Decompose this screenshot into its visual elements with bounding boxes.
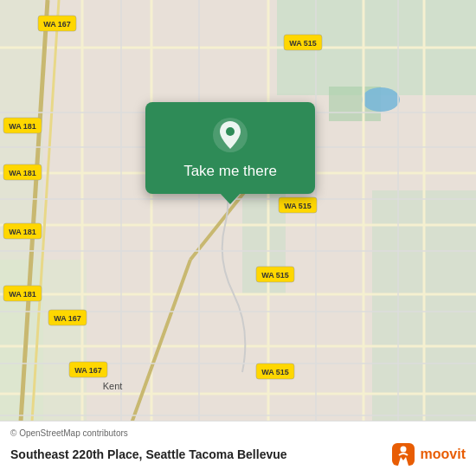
- moovit-logo: moovit: [390, 441, 466, 467]
- location-pin-icon: [211, 116, 249, 154]
- svg-text:WA 181: WA 181: [9, 228, 36, 236]
- svg-text:WA 167: WA 167: [74, 366, 102, 375]
- svg-text:WA 515: WA 515: [261, 271, 289, 280]
- svg-text:WA 181: WA 181: [9, 169, 36, 177]
- moovit-icon: [390, 441, 416, 467]
- svg-text:Kent: Kent: [103, 381, 123, 391]
- bottom-info-row: Southeast 220th Place, Seattle Tacoma Be…: [10, 441, 466, 467]
- map-svg: WA 167 WA 515 WA 181 WA 181 WA 181 WA 18…: [0, 0, 476, 476]
- svg-text:WA 167: WA 167: [43, 20, 71, 29]
- svg-text:WA 181: WA 181: [9, 122, 36, 131]
- svg-text:WA 515: WA 515: [284, 202, 312, 210]
- svg-text:WA 181: WA 181: [9, 290, 36, 299]
- svg-text:WA 167: WA 167: [54, 314, 81, 323]
- svg-text:WA 515: WA 515: [261, 368, 289, 376]
- bottom-bar: © OpenStreetMap contributors Southeast 2…: [0, 421, 476, 476]
- svg-text:WA 515: WA 515: [289, 39, 317, 48]
- svg-point-59: [226, 127, 235, 136]
- take-me-there-button[interactable]: Take me there: [183, 161, 277, 182]
- location-text: Southeast 220th Place, Seattle Tacoma Be…: [10, 447, 287, 461]
- copyright-text: © OpenStreetMap contributors: [10, 428, 466, 438]
- svg-point-61: [400, 447, 406, 453]
- popup-card: Take me there: [145, 102, 315, 194]
- map-container: WA 167 WA 515 WA 181 WA 181 WA 181 WA 18…: [0, 0, 476, 476]
- moovit-text: moovit: [421, 447, 466, 462]
- svg-point-2: [362, 87, 400, 112]
